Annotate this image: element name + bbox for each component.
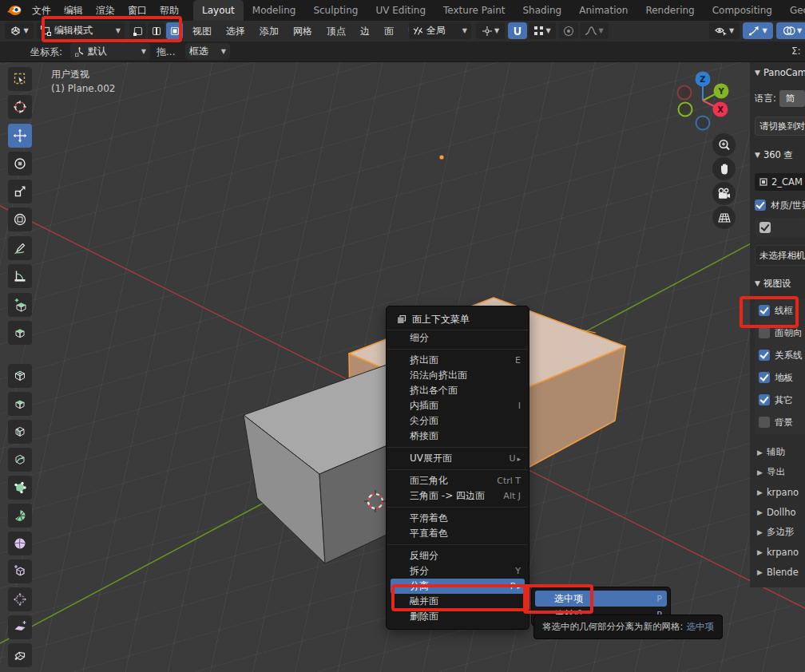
addon-panel-header[interactable]: ▼PanoCama — [750, 62, 805, 83]
tab-layout[interactable]: Layout — [193, 0, 244, 21]
vp-menu-4[interactable]: 顶点 — [319, 25, 353, 38]
section-360-header[interactable]: ▼360 查 — [750, 146, 805, 164]
sidebar-checkbox-row-5[interactable]: 背景 — [755, 411, 805, 433]
gizmo-axis-neg-y[interactable] — [679, 103, 692, 117]
viewport-settings-header[interactable]: ▼视图设 — [750, 275, 805, 292]
menu-item-4[interactable]: 挤出各个面 — [387, 383, 529, 398]
tool-transform[interactable] — [8, 208, 32, 231]
sidebar-checkbox-row-4[interactable]: 其它 — [755, 389, 805, 411]
tool-scale[interactable] — [8, 180, 32, 204]
menu-item-18[interactable]: 拆分Y — [387, 563, 529, 579]
gizmos-button[interactable]: ▼ — [743, 22, 773, 39]
tool-extrude-region[interactable] — [8, 321, 32, 345]
tool-rip-region[interactable] — [8, 643, 32, 667]
pivot-point-button[interactable]: ▼ — [476, 22, 505, 39]
menu-item-0[interactable]: 细分 — [387, 330, 529, 346]
checkbox-material-world[interactable] — [755, 200, 766, 211]
tab-uv-editing[interactable]: UV Editing — [367, 0, 434, 21]
blender-logo-icon[interactable] — [6, 4, 22, 17]
navigation-gizmo[interactable]: Z Y X — [667, 68, 740, 141]
tab-sculpting[interactable]: Sculpting — [304, 0, 367, 21]
collapsed-section-4[interactable]: ▶多边形 — [750, 522, 805, 542]
tab-animation[interactable]: Animation — [570, 0, 636, 21]
tool-shear[interactable] — [8, 615, 32, 639]
tool-spin[interactable] — [8, 504, 32, 528]
collapsed-section-3[interactable]: ▶Dollho — [750, 502, 805, 522]
menu-item-2[interactable]: 挤出面E — [387, 353, 529, 368]
menu-item-9[interactable]: UV展开面U▸ — [387, 451, 529, 466]
tool-rotate[interactable] — [8, 152, 32, 176]
language-select[interactable]: 简 — [779, 90, 805, 107]
vp-menu-6[interactable]: 面 — [377, 25, 401, 38]
camera-object-field[interactable]: 2_CAM — [755, 173, 805, 191]
menu-item-17[interactable]: 反细分 — [387, 548, 529, 563]
vp-menu-5[interactable]: 边 — [353, 25, 377, 38]
coord-system-select[interactable]: 默认 ▼ — [70, 43, 150, 60]
menu-item-11[interactable]: 面三角化Ctrl T — [387, 473, 529, 488]
drag-select-mode[interactable]: 框选 ▼ — [185, 43, 230, 60]
checkbox-3[interactable] — [759, 372, 770, 383]
tab-texture-paint[interactable]: Texture Paint — [434, 0, 514, 21]
tool-annotate[interactable] — [8, 236, 32, 260]
checkbox-5[interactable] — [759, 417, 770, 428]
tool-bevel[interactable] — [8, 392, 32, 416]
menu-item-6[interactable]: 尖分面 — [387, 413, 529, 429]
editor-type-button[interactable]: ▼ — [5, 22, 34, 39]
menu-item-3[interactable]: 沿法向挤出面 — [387, 368, 529, 383]
sub-checkbox-row[interactable] — [755, 218, 805, 237]
zoom-button[interactable] — [712, 133, 736, 156]
collapsed-section-0[interactable]: ▶辅助 — [750, 442, 805, 462]
tab-compositing[interactable]: Compositing — [704, 0, 781, 21]
tool-add-cube[interactable] — [8, 293, 32, 317]
tab-modeling[interactable]: Modeling — [244, 0, 305, 21]
show-select-button[interactable]: ▼ — [709, 22, 740, 39]
checkbox-2[interactable] — [759, 350, 770, 361]
tool-select-box[interactable] — [8, 67, 32, 91]
vp-menu-0[interactable]: 视图 — [185, 25, 219, 38]
sidebar-checkbox-row-2[interactable]: 关系线 — [755, 344, 805, 366]
camera-view-button[interactable] — [712, 182, 736, 205]
tool-move[interactable] — [8, 124, 32, 148]
tab-geometry-nodes[interactable]: Geometry Nodes — [781, 0, 805, 21]
toggle-view-button[interactable] — [712, 206, 736, 229]
gizmo-axis-neg-x[interactable] — [678, 86, 692, 100]
menu-item-12[interactable]: 三角面 -> 四边面Alt J — [387, 488, 529, 504]
tool-measure[interactable] — [8, 264, 32, 288]
snap-target-button[interactable]: ▼ — [529, 22, 556, 39]
vp-menu-3[interactable]: 网格 — [286, 25, 319, 38]
material-world-row[interactable]: 材质/世界 — [750, 196, 805, 215]
tab-shading[interactable]: Shading — [514, 0, 570, 21]
sidebar-checkbox-row-3[interactable]: 地板 — [755, 366, 805, 389]
pan-button[interactable] — [712, 157, 736, 180]
tool-poly-build[interactable] — [8, 476, 32, 500]
snap-toggle-button[interactable] — [508, 22, 527, 39]
tool-edge-slide[interactable] — [8, 559, 32, 583]
tab-rendering[interactable]: Rendering — [636, 0, 703, 21]
menu-item-7[interactable]: 桥接面 — [387, 429, 529, 444]
menu-item-15[interactable]: 平直着色 — [387, 526, 529, 541]
tool-inset-faces[interactable] — [8, 364, 32, 388]
proportional-edit-button[interactable] — [559, 22, 578, 39]
tool-loop-cut[interactable] — [8, 420, 32, 444]
tool-smooth[interactable] — [8, 532, 32, 555]
vp-menu-1[interactable]: 选择 — [219, 25, 252, 38]
tool-cursor[interactable] — [8, 95, 32, 119]
menu-item-14[interactable]: 平滑着色 — [387, 511, 529, 526]
gizmo-axis-neg-z[interactable] — [696, 117, 710, 130]
checkbox-4[interactable] — [759, 394, 770, 405]
tool-shrink-fatten[interactable] — [8, 587, 32, 611]
collapsed-section-6[interactable]: ▶Blende — [750, 562, 805, 582]
collapsed-section-5[interactable]: ▶krpano — [750, 542, 805, 562]
tool-knife[interactable] — [8, 448, 32, 472]
mesh-options-icon[interactable]: Σ: — [791, 45, 801, 57]
overlays-button[interactable]: ▼ — [776, 22, 805, 39]
proportional-falloff-button[interactable]: ▼ — [580, 22, 609, 39]
collapsed-section-1[interactable]: ▶导出 — [750, 462, 805, 482]
switch-button[interactable]: 请切换到对 — [755, 117, 805, 136]
checkbox-unlabeled[interactable] — [759, 222, 771, 233]
vp-menu-2[interactable]: 添加 — [252, 25, 286, 38]
menu-item-5[interactable]: 内插面I — [387, 398, 529, 413]
checkbox-1[interactable] — [759, 327, 770, 338]
transform-orientation-select[interactable]: 全局 ▼ — [409, 22, 471, 39]
collapsed-section-2[interactable]: ▶krpano — [750, 482, 805, 502]
